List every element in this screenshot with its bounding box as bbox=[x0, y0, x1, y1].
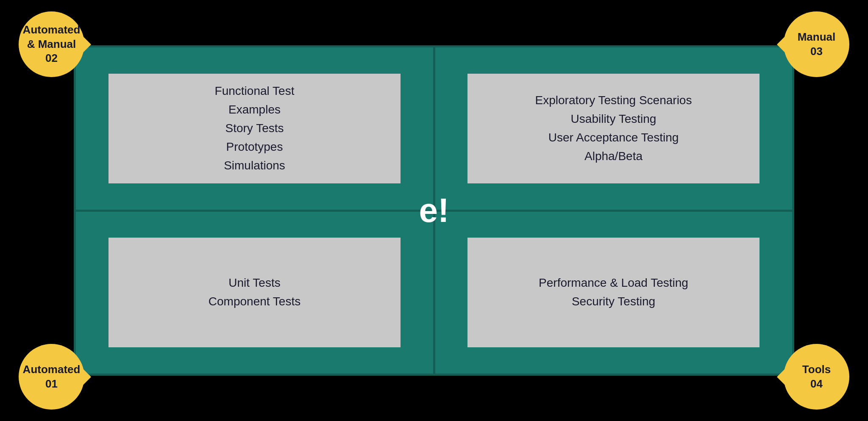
item-security-testing: Security Testing bbox=[572, 295, 655, 308]
item-prototypes: Prototypes bbox=[226, 140, 283, 154]
bubble-top-right-line2: 03 bbox=[810, 44, 823, 59]
item-component-tests: Component Tests bbox=[209, 295, 300, 308]
item-unit-tests: Unit Tests bbox=[228, 276, 280, 290]
content-box-bottom-left: Unit Tests Component Tests bbox=[108, 238, 401, 347]
cell-top-left: Functional Test Examples Story Tests Pro… bbox=[75, 47, 434, 210]
item-performance-load-testing: Performance & Load Testing bbox=[539, 276, 688, 290]
content-box-top-right: Exploratory Testing Scenarios Usability … bbox=[467, 74, 760, 183]
item-simulations: Simulations bbox=[224, 159, 285, 172]
horizontal-divider bbox=[75, 210, 793, 212]
content-box-top-left: Functional Test Examples Story Tests Pro… bbox=[108, 74, 401, 183]
item-examples: Examples bbox=[228, 103, 281, 116]
bubble-bottom-left-line2: 01 bbox=[45, 377, 58, 391]
item-story-tests: Story Tests bbox=[225, 122, 284, 135]
main-wrapper: Automated & Manual 02 Manual 03 Automate… bbox=[31, 24, 837, 397]
bubble-top-right: Manual 03 bbox=[784, 11, 849, 77]
cell-bottom-left: Unit Tests Component Tests bbox=[75, 210, 434, 374]
bubble-bottom-left-line1: Automated bbox=[23, 363, 81, 377]
bubble-bottom-right-line2: 04 bbox=[810, 377, 823, 391]
item-functional-test: Functional Test bbox=[215, 84, 295, 98]
bubble-bottom-right: Tools 04 bbox=[784, 344, 849, 410]
item-alpha-beta: Alpha/Beta bbox=[584, 150, 643, 163]
bubble-bottom-right-line1: Tools bbox=[802, 363, 831, 377]
item-user-acceptance-testing: User Acceptance Testing bbox=[548, 131, 679, 144]
item-exploratory-testing: Exploratory Testing Scenarios bbox=[535, 94, 692, 107]
bubble-top-left-line3: 02 bbox=[45, 51, 58, 66]
bubble-top-left: Automated & Manual 02 bbox=[19, 11, 84, 77]
content-box-bottom-right: Performance & Load Testing Security Test… bbox=[467, 238, 760, 347]
grid-container: e! Functional Test Examples Story Tests … bbox=[74, 45, 794, 376]
item-usability-testing: Usability Testing bbox=[571, 112, 657, 126]
cell-top-right: Exploratory Testing Scenarios Usability … bbox=[434, 47, 793, 210]
bubble-bottom-left: Automated 01 bbox=[19, 344, 84, 410]
bubble-top-right-line1: Manual bbox=[798, 30, 836, 44]
bubble-top-left-line2: & Manual bbox=[27, 37, 76, 52]
cell-bottom-right: Performance & Load Testing Security Test… bbox=[434, 210, 793, 374]
bubble-top-left-line1: Automated bbox=[23, 23, 81, 37]
